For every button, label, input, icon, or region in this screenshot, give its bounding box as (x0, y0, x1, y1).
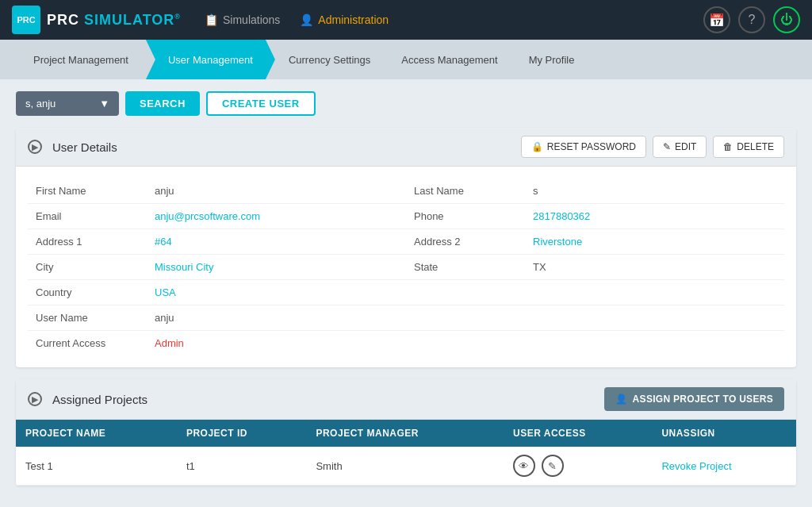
col-project-name: PROJECT NAME (16, 420, 177, 447)
country-spacer (406, 280, 784, 305)
assigned-projects-title: ▶ Assigned Projects (28, 392, 147, 406)
edit-label: EDIT (675, 141, 696, 152)
revoke-project-link[interactable]: Revoke Project (661, 460, 731, 472)
delete-button[interactable]: 🗑 DELETE (713, 136, 784, 158)
nav-links: 📋 Simulations 👤 Administration (205, 13, 389, 26)
current-access-value: Admin (155, 337, 398, 349)
calendar-button[interactable]: 📅 (703, 6, 730, 33)
power-button[interactable]: ⏻ (773, 6, 800, 33)
tab-access-management[interactable]: Access Management (384, 40, 515, 79)
country-row: Country USA (28, 280, 406, 305)
user-details-title: ▶ User Details (28, 140, 117, 154)
reset-password-label: RESET PASSWORD (547, 141, 636, 152)
user-access-cell: 👁 ✎ (504, 447, 652, 486)
user-details-panel: ▶ User Details 🔒 RESET PASSWORD ✎ EDIT 🗑… (16, 128, 796, 367)
tab-user-management-label: User Management (168, 54, 253, 66)
projects-table-header-row: PROJECT NAME PROJECT ID PROJECT MANAGER … (16, 420, 796, 447)
tab-my-profile-label: My Profile (529, 54, 575, 66)
edit-button[interactable]: ✎ EDIT (653, 136, 707, 158)
last-name-value: s (533, 185, 776, 197)
create-user-label: CREATE USER (222, 98, 300, 109)
user-details-grid: First Name anju Last Name s Email anju@p… (16, 167, 796, 367)
assign-project-button[interactable]: 👤 ASSIGN PROJECT TO USERS (604, 387, 784, 411)
city-value: Missouri City (155, 261, 398, 273)
username-row: User Name anju (28, 305, 406, 331)
col-project-id: PROJECT ID (177, 420, 307, 447)
first-name-value: anju (155, 185, 398, 197)
address1-value: #64 (155, 236, 398, 248)
logo: PRC PRC SIMULATOR® (12, 6, 181, 34)
assigned-projects-header: ▶ Assigned Projects 👤 ASSIGN PROJECT TO … (16, 379, 796, 420)
nav-right: 📅 ? ⏻ (703, 6, 800, 33)
phone-row: Phone 2817880362 (406, 204, 784, 229)
email-value: anju@prcsoftware.com (155, 210, 398, 222)
trash-icon: 🗑 (723, 141, 733, 152)
username-label: User Name (36, 312, 155, 324)
eye-icon[interactable]: 👁 (513, 455, 535, 477)
current-access-row: Current Access Admin (28, 331, 406, 355)
address2-value: Riverstone (533, 236, 776, 248)
logo-text: PRC SIMULATOR® (47, 12, 181, 29)
state-value: TX (533, 261, 776, 273)
unassign-cell: Revoke Project (652, 447, 796, 486)
expand-icon[interactable]: ▶ (28, 140, 42, 154)
col-project-manager: PROJECT MANAGER (306, 420, 504, 447)
project-name-cell: Test 1 (16, 447, 177, 486)
address2-row: Address 2 Riverstone (406, 229, 784, 255)
first-name-label: First Name (36, 185, 155, 197)
nav-administration[interactable]: 👤 Administration (300, 13, 389, 26)
project-manager-cell: Smith (306, 447, 504, 486)
pencil-icon[interactable]: ✎ (542, 455, 564, 477)
help-button[interactable]: ? (738, 6, 765, 33)
create-user-button[interactable]: CREATE USER (206, 91, 316, 116)
city-row: City Missouri City (28, 255, 406, 280)
phone-value: 2817880362 (533, 210, 776, 222)
tab-currency-settings-label: Currency Settings (289, 54, 370, 66)
last-name-row: Last Name s (406, 179, 784, 204)
username-value: anju (155, 312, 398, 324)
tab-currency-settings[interactable]: Currency Settings (271, 40, 388, 79)
state-label: State (414, 261, 533, 273)
tab-project-management-label: Project Management (33, 54, 128, 66)
tab-my-profile[interactable]: My Profile (511, 40, 592, 79)
search-button[interactable]: SEARCH (125, 91, 200, 116)
tab-project-management[interactable]: Project Management (16, 40, 146, 79)
expand-projects-icon[interactable]: ▶ (28, 392, 42, 406)
assigned-projects-title-text: Assigned Projects (52, 393, 147, 406)
delete-label: DELETE (737, 141, 774, 152)
assigned-projects-panel: ▶ Assigned Projects 👤 ASSIGN PROJECT TO … (16, 379, 796, 486)
address2-label: Address 2 (414, 236, 533, 248)
tab-bar: Project Management User Management Curre… (0, 40, 812, 79)
project-id-cell: t1 (177, 447, 307, 486)
administration-label: Administration (318, 13, 389, 26)
main-content: s, anju ▼ SEARCH CREATE USER ▶ User Deta… (0, 79, 812, 507)
selected-user-label: s, anju (25, 98, 56, 109)
col-unassign: UNASSIGN (652, 420, 796, 447)
tab-user-management[interactable]: User Management (146, 40, 275, 79)
phone-label: Phone (414, 210, 533, 222)
projects-table-head: PROJECT NAME PROJECT ID PROJECT MANAGER … (16, 420, 796, 447)
edit-icon: ✎ (663, 141, 671, 152)
assign-person-icon: 👤 (615, 394, 627, 405)
user-select-dropdown[interactable]: s, anju ▼ (16, 91, 119, 116)
username-spacer (406, 305, 784, 331)
address1-label: Address 1 (36, 236, 155, 248)
projects-table: PROJECT NAME PROJECT ID PROJECT MANAGER … (16, 420, 796, 486)
user-details-header: ▶ User Details 🔒 RESET PASSWORD ✎ EDIT 🗑… (16, 128, 796, 167)
current-access-label: Current Access (36, 337, 155, 349)
current-access-spacer (406, 331, 784, 355)
address1-row: Address 1 #64 (28, 229, 406, 255)
nav-simulations[interactable]: 📋 Simulations (205, 13, 280, 26)
search-button-label: SEARCH (140, 98, 186, 109)
email-row: Email anju@prcsoftware.com (28, 204, 406, 229)
dropdown-arrow-icon: ▼ (99, 98, 109, 109)
city-label: City (36, 261, 155, 273)
projects-table-body: Test 1 t1 Smith 👁 ✎ Revoke Project (16, 447, 796, 486)
first-name-row: First Name anju (28, 179, 406, 204)
table-row: Test 1 t1 Smith 👁 ✎ Revoke Project (16, 447, 796, 486)
search-bar: s, anju ▼ SEARCH CREATE USER (16, 91, 796, 116)
top-navigation: PRC PRC SIMULATOR® 📋 Simulations 👤 Admin… (0, 0, 812, 40)
tab-access-management-label: Access Management (401, 54, 497, 66)
country-value: USA (155, 286, 398, 298)
reset-password-button[interactable]: 🔒 RESET PASSWORD (521, 136, 646, 158)
